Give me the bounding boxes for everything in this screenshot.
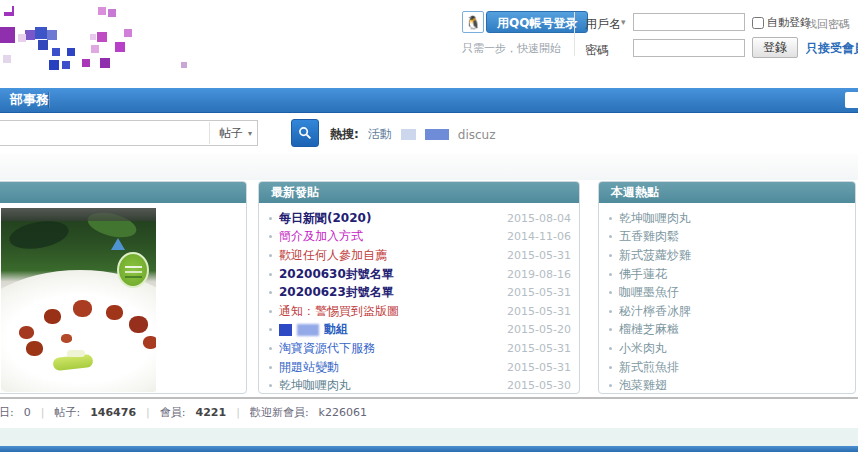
slideshow-photo[interactable] <box>1 208 156 392</box>
bullet-icon <box>269 291 272 294</box>
bullet-icon <box>269 235 272 238</box>
hot-search-link-activity[interactable]: 活動 <box>368 126 392 143</box>
censored-hot-link[interactable] <box>401 129 416 140</box>
weekly-hot-header: 本週熱點 <box>599 182 855 203</box>
stat-posts-value: 146476 <box>90 406 136 419</box>
bullet-icon <box>609 310 612 313</box>
hot-post-link[interactable]: 乾坤咖喱肉丸 <box>619 210 847 227</box>
hot-post-link[interactable]: 榴槤芝麻糍 <box>619 321 847 338</box>
bullet-icon <box>609 235 612 238</box>
slideshow-panel <box>0 181 247 394</box>
search-button[interactable] <box>291 119 319 147</box>
post-date: 2015-05-30 <box>501 379 571 392</box>
username-label: 用戶名 <box>585 16 621 33</box>
hot-post-link[interactable]: 新式菠蘿炒雞 <box>619 247 847 264</box>
post-row: 淘寶資源代下服務 2015-05-31 <box>269 339 571 358</box>
post-link[interactable]: 20200623封號名單 <box>279 284 501 301</box>
nav-search-box[interactable] <box>845 92 858 108</box>
post-link[interactable]: 20200630封號名單 <box>279 266 501 283</box>
bullet-icon <box>269 217 272 220</box>
bullet-icon <box>269 273 272 276</box>
qq-login-hint: 只需一步，快速開始 <box>462 41 561 56</box>
hot-post-link[interactable]: 五香雞肉鬆 <box>619 228 847 245</box>
post-date: 2015-05-31 <box>501 305 571 318</box>
main-navbar: 部事務 <box>0 88 858 113</box>
stats-separator: | <box>146 406 150 419</box>
stat-yesterday-value: 0 <box>24 406 31 419</box>
stat-welcome-label: 歡迎新會員: <box>250 405 309 420</box>
bullet-icon <box>609 384 612 387</box>
slideshow-pagination <box>1 208 156 221</box>
photo-foliage <box>7 217 71 253</box>
hot-post-link[interactable]: 泡菜雞翅 <box>619 377 847 394</box>
stat-welcome-value: k226061 <box>319 406 367 419</box>
bullet-icon <box>269 254 272 257</box>
hot-post-link[interactable]: 秘汁檸香冰脾 <box>619 303 847 320</box>
username-input[interactable] <box>633 13 745 31</box>
auto-login-option[interactable]: 自動登錄 <box>752 15 811 30</box>
logo-pixel-art <box>2 2 12 12</box>
hot-search-row: 熱搜: 活動 discuz <box>330 126 496 143</box>
bullet-icon <box>609 328 612 331</box>
post-link[interactable]: 簡介及加入方式 <box>279 228 501 245</box>
login-button[interactable]: 登錄 <box>752 37 798 58</box>
post-date: 2019-08-16 <box>501 268 571 281</box>
auto-login-checkbox[interactable] <box>752 17 764 29</box>
section-divider-band <box>0 154 858 180</box>
photo-food <box>19 326 34 339</box>
qq-login-block: 🐧 用QQ帳号登录 <box>462 11 588 33</box>
hot-post-link[interactable]: 佛手蓮花 <box>619 266 847 283</box>
password-input[interactable] <box>633 39 745 57</box>
hot-post-row: 五香雞肉鬆 <box>609 228 847 247</box>
hot-post-row: 新式菠蘿炒雞 <box>609 246 847 265</box>
post-link[interactable]: 開題站變動 <box>279 359 501 376</box>
photo-garnish <box>67 350 85 357</box>
search-bar[interactable]: 帖子 ▾ <box>0 120 258 146</box>
site-logo-censored[interactable] <box>2 2 212 80</box>
post-link[interactable]: 歡迎任何人參加自薦 <box>279 247 501 264</box>
hot-post-row: 乾坤咖喱肉丸 <box>609 209 847 228</box>
censored-block[interactable] <box>279 324 292 336</box>
slideshow-panel-header <box>0 182 246 203</box>
post-link[interactable]: 動組 <box>324 321 501 338</box>
post-row: 乾坤咖喱肉丸 2015-05-30 <box>269 376 571 395</box>
search-type-dropdown[interactable]: 帖子 ▾ <box>209 122 252 144</box>
post-link[interactable]: 淘寶資源代下服務 <box>279 340 501 357</box>
censored-block[interactable] <box>297 324 319 336</box>
post-link[interactable]: 乾坤咖喱肉丸 <box>279 377 501 394</box>
bullet-icon <box>269 366 272 369</box>
bullet-icon <box>269 328 272 331</box>
hot-search-link-discuz[interactable]: discuz <box>458 128 496 142</box>
post-row: 動組 2015-05-20 <box>269 321 571 340</box>
stat-members-value: 4221 <box>196 406 227 419</box>
post-link[interactable]: 每日新聞(2020) <box>279 210 501 227</box>
latest-posts-panel: 最新發貼 每日新聞(2020) 2015-08-04 簡介及加入方式 2014-… <box>258 181 580 394</box>
photo-watermark-badge <box>117 252 149 288</box>
post-date: 2015-08-04 <box>501 212 571 225</box>
hot-post-row: 小米肉丸 <box>609 339 847 358</box>
hot-post-link[interactable]: 新式煎魚排 <box>619 359 847 376</box>
hot-post-row: 新式煎魚排 <box>609 358 847 377</box>
search-icon <box>298 126 312 140</box>
bullet-icon <box>269 347 272 350</box>
post-row: 歡迎任何人參加自薦 2015-05-31 <box>269 246 571 265</box>
auto-login-label: 自動登錄 <box>767 15 811 30</box>
qq-penguin-icon: 🐧 <box>462 11 484 33</box>
hot-post-link[interactable]: 小米肉丸 <box>619 340 847 357</box>
members-only-link[interactable]: 只接受會員 <box>806 40 858 57</box>
post-row: 20200630封號名單 2019-08-16 <box>269 265 571 284</box>
hot-post-row: 秘汁檸香冰脾 <box>609 302 847 321</box>
search-type-label: 帖子 <box>219 125 243 142</box>
header-divider <box>574 12 575 56</box>
stat-members-label: 會員: <box>160 405 186 420</box>
find-password-link[interactable]: 找回密碼 <box>806 17 850 32</box>
stats-divider-line <box>0 397 858 399</box>
username-dropdown-icon[interactable]: ▾ <box>621 17 626 27</box>
post-link[interactable]: 通知：警惕買到盜版圖 <box>279 303 501 320</box>
bullet-icon <box>269 384 272 387</box>
bullet-icon <box>609 217 612 220</box>
bullet-icon <box>609 254 612 257</box>
nav-divider <box>48 92 50 108</box>
hot-post-link[interactable]: 咖喱墨魚仔 <box>619 284 847 301</box>
censored-hot-link[interactable] <box>425 129 449 140</box>
